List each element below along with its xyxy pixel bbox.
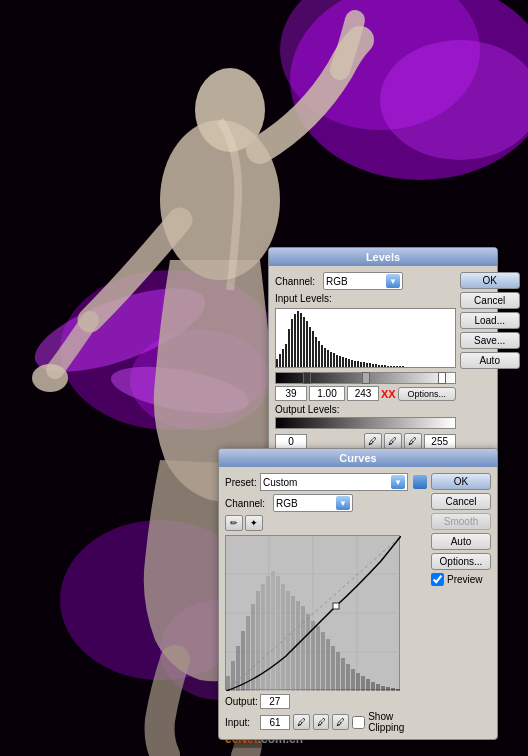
channel-label: Channel:: [275, 276, 323, 287]
load-button-levels[interactable]: Load...: [460, 312, 520, 329]
svg-rect-19: [285, 344, 287, 367]
curves-channel-value: RGB: [276, 498, 298, 509]
svg-rect-44: [360, 362, 362, 367]
levels-dialog: Levels Channel: RGB ▼ Input Levels:: [268, 247, 498, 474]
levels-title: Levels: [269, 248, 497, 266]
show-clipping-label: Show Clipping: [368, 711, 427, 733]
smooth-button-curves[interactable]: Smooth: [431, 513, 491, 530]
preset-label: Preset:: [225, 477, 257, 488]
output-gradient-slider[interactable]: [275, 417, 456, 429]
input-gradient-slider[interactable]: [275, 372, 456, 384]
input-levels-label: Input Levels:: [275, 293, 456, 304]
input-row-curves: Input: 🖊 🖊 🖊 Show Clipping: [225, 711, 427, 733]
svg-rect-84: [321, 632, 325, 691]
output-label-curves: Output:: [225, 696, 258, 707]
curves-channel-label: Channel:: [225, 498, 273, 509]
input-mid-field[interactable]: [309, 386, 345, 401]
ok-button-curves[interactable]: OK: [431, 473, 491, 490]
svg-rect-76: [281, 584, 285, 691]
svg-rect-68: [241, 631, 245, 691]
svg-rect-78: [291, 596, 295, 691]
input-field-curves[interactable]: [260, 715, 290, 730]
svg-point-13: [32, 364, 68, 392]
curves-gray-eyedropper[interactable]: 🖊: [313, 714, 330, 730]
svg-rect-42: [354, 361, 356, 367]
curves-graph[interactable]: [225, 535, 400, 690]
preview-checkbox-curves[interactable]: [431, 573, 444, 586]
curves-left-panel: Preset: Custom ▼ Channel: RGB ▼ ✏ ✦: [225, 473, 427, 733]
midpoint-slider[interactable]: [362, 372, 370, 384]
preview-label-curves: Preview: [447, 574, 483, 585]
svg-rect-86: [331, 646, 335, 691]
svg-rect-24: [300, 313, 302, 367]
cancel-button-levels[interactable]: Cancel: [460, 292, 520, 309]
svg-rect-95: [376, 684, 380, 691]
curves-white-eyedropper[interactable]: 🖊: [332, 714, 349, 730]
svg-rect-73: [266, 576, 270, 691]
svg-rect-57: [399, 366, 401, 367]
curves-channel-arrow[interactable]: ▼: [336, 496, 350, 510]
curves-channel-row: Channel: RGB ▼: [225, 494, 427, 512]
curves-pen-tool[interactable]: ✏: [225, 515, 243, 531]
svg-rect-98: [391, 688, 395, 691]
output-white-field[interactable]: [424, 434, 456, 449]
svg-rect-22: [294, 314, 296, 367]
input-white-field[interactable]: [347, 386, 379, 401]
black-eyedropper[interactable]: 🖊: [364, 433, 382, 449]
gray-eyedropper[interactable]: 🖊: [384, 433, 402, 449]
svg-rect-54: [390, 366, 392, 367]
channel-dropdown[interactable]: RGB ▼: [323, 272, 403, 290]
ok-button-levels[interactable]: OK: [460, 272, 520, 289]
white-eyedropper[interactable]: 🖊: [404, 433, 422, 449]
svg-rect-27: [309, 327, 311, 367]
input-black-field[interactable]: [275, 386, 307, 401]
curves-black-eyedropper[interactable]: 🖊: [293, 714, 310, 730]
channel-dropdown-arrow[interactable]: ▼: [386, 274, 400, 288]
svg-rect-37: [339, 356, 341, 367]
auto-button-curves[interactable]: Auto: [431, 533, 491, 550]
output-field-curves[interactable]: [260, 694, 290, 709]
preset-options-icon[interactable]: [413, 475, 427, 489]
options-button-levels[interactable]: Options...: [398, 387, 456, 401]
svg-rect-21: [291, 319, 293, 367]
preset-dropdown[interactable]: Custom ▼: [260, 473, 408, 491]
svg-rect-87: [336, 652, 340, 691]
svg-rect-93: [366, 679, 370, 691]
svg-rect-16: [276, 359, 278, 367]
white-point-slider[interactable]: [438, 372, 446, 384]
options-button-curves[interactable]: Options...: [431, 553, 491, 570]
cancel-button-curves[interactable]: Cancel: [431, 493, 491, 510]
curves-channel-dropdown[interactable]: RGB ▼: [273, 494, 353, 512]
svg-rect-85: [326, 639, 330, 691]
levels-right-buttons: OK Cancel Load... Save... Auto: [460, 272, 520, 467]
curves-svg: [226, 536, 401, 691]
svg-rect-91: [356, 673, 360, 691]
input-label-curves: Input:: [225, 717, 257, 728]
svg-rect-83: [316, 626, 320, 691]
output-group: Output:: [225, 694, 290, 709]
svg-rect-32: [324, 348, 326, 367]
svg-rect-99: [396, 689, 400, 691]
svg-rect-39: [345, 358, 347, 367]
auto-button-levels[interactable]: Auto: [460, 352, 520, 369]
svg-rect-94: [371, 682, 375, 691]
show-clipping-checkbox[interactable]: [352, 716, 365, 729]
svg-rect-90: [351, 669, 355, 691]
svg-rect-55: [393, 366, 395, 367]
svg-rect-53: [387, 366, 389, 367]
svg-rect-47: [369, 363, 371, 367]
svg-rect-35: [333, 353, 335, 367]
svg-rect-49: [375, 364, 377, 367]
preset-row: Preset: Custom ▼: [225, 473, 427, 491]
curves-point-tool[interactable]: ✦: [245, 515, 263, 531]
preset-value: Custom: [263, 477, 297, 488]
svg-rect-74: [271, 571, 275, 691]
svg-rect-88: [341, 658, 345, 691]
black-point-slider[interactable]: [303, 372, 311, 384]
svg-rect-29: [315, 337, 317, 367]
save-button-levels[interactable]: Save...: [460, 332, 520, 349]
svg-rect-58: [402, 366, 404, 367]
output-black-field[interactable]: [275, 434, 307, 449]
channel-value: RGB: [326, 276, 348, 287]
preset-dropdown-arrow[interactable]: ▼: [391, 475, 405, 489]
